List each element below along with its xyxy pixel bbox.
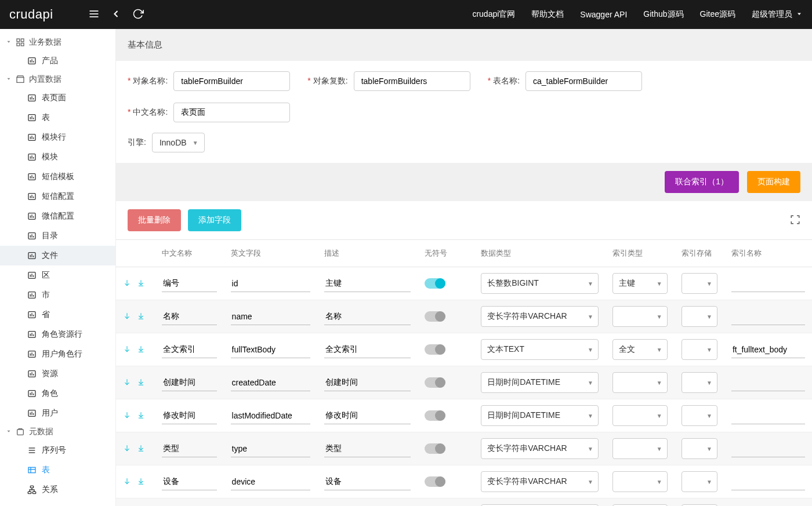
unsigned-toggle[interactable] bbox=[425, 410, 445, 421]
row-desc-input[interactable] bbox=[324, 441, 411, 457]
data-type-select[interactable]: 变长字符串VARCHAR▼ bbox=[481, 471, 599, 492]
sort-bottom-icon[interactable] bbox=[137, 345, 145, 355]
row-zh-input[interactable] bbox=[162, 474, 217, 490]
row-desc-input[interactable] bbox=[324, 407, 411, 424]
index-type-select[interactable]: ▼ bbox=[612, 306, 668, 327]
link-help[interactable]: 帮助文档 bbox=[531, 9, 564, 20]
union-index-button[interactable]: 联合索引（1） bbox=[665, 171, 739, 193]
sort-down-icon[interactable] bbox=[123, 279, 131, 289]
unsigned-toggle[interactable] bbox=[425, 377, 445, 388]
row-idxname-input[interactable] bbox=[731, 341, 805, 358]
row-en-input[interactable] bbox=[231, 474, 311, 490]
brand-logo[interactable]: crudapi bbox=[9, 7, 53, 22]
sidebar-item[interactable]: 文件 bbox=[0, 246, 115, 265]
row-idxname-input[interactable] bbox=[731, 275, 805, 292]
sidebar-item[interactable]: 微信配置 bbox=[0, 206, 115, 226]
index-store-select[interactable]: ▼ bbox=[682, 438, 717, 459]
index-type-select[interactable]: 全文▼ bbox=[612, 339, 668, 360]
sidebar-group-header[interactable]: 内置数据 bbox=[0, 71, 115, 88]
sort-bottom-icon[interactable] bbox=[137, 477, 145, 487]
row-desc-input[interactable] bbox=[324, 374, 411, 391]
sidebar-item[interactable]: 关系 bbox=[0, 480, 115, 500]
unsigned-toggle[interactable] bbox=[425, 278, 445, 289]
sort-bottom-icon[interactable] bbox=[137, 312, 145, 322]
link-github[interactable]: Github源码 bbox=[643, 9, 683, 20]
sort-down-icon[interactable] bbox=[123, 411, 131, 421]
row-idxname-input[interactable] bbox=[731, 374, 805, 391]
row-zh-input[interactable] bbox=[162, 374, 217, 391]
engine-select[interactable]: InnoDB ▼ bbox=[152, 133, 205, 152]
row-desc-input[interactable] bbox=[324, 308, 411, 325]
sidebar-item[interactable]: 产品 bbox=[0, 51, 115, 71]
row-idxname-input[interactable] bbox=[731, 308, 805, 325]
sidebar-item[interactable]: 省 bbox=[0, 305, 115, 325]
row-idxname-input[interactable] bbox=[731, 407, 805, 424]
data-type-select[interactable]: 日期时间DATETIME▼ bbox=[481, 405, 599, 426]
row-en-input[interactable] bbox=[231, 308, 311, 325]
sort-bottom-icon[interactable] bbox=[137, 279, 145, 289]
row-desc-input[interactable] bbox=[324, 474, 411, 490]
fullscreen-icon[interactable] bbox=[790, 214, 800, 227]
row-en-input[interactable] bbox=[231, 275, 311, 292]
index-store-select[interactable]: ▼ bbox=[682, 339, 717, 360]
sidebar-item[interactable]: 角色 bbox=[0, 384, 115, 403]
table-name-input[interactable] bbox=[525, 71, 642, 91]
sidebar-item[interactable]: 表 bbox=[0, 460, 115, 480]
sidebar-item[interactable]: 模块行 bbox=[0, 128, 115, 147]
sidebar-item[interactable]: 角色资源行 bbox=[0, 325, 115, 344]
page-build-button[interactable]: 页面构建 bbox=[747, 171, 800, 193]
sort-down-icon[interactable] bbox=[123, 477, 131, 487]
unsigned-toggle[interactable] bbox=[425, 443, 445, 454]
sort-bottom-icon[interactable] bbox=[137, 411, 145, 421]
row-en-input[interactable] bbox=[231, 407, 311, 424]
sort-down-icon[interactable] bbox=[123, 444, 131, 454]
index-store-select[interactable]: ▼ bbox=[682, 273, 717, 294]
link-official[interactable]: crudapi官网 bbox=[472, 9, 515, 20]
sidebar-item[interactable]: 表页面 bbox=[0, 88, 115, 108]
row-zh-input[interactable] bbox=[162, 275, 217, 292]
data-type-select[interactable]: 文本TEXT▼ bbox=[481, 339, 599, 360]
sort-down-icon[interactable] bbox=[123, 312, 131, 322]
index-type-select[interactable]: ▼ bbox=[612, 438, 668, 459]
index-type-select[interactable]: ▼ bbox=[612, 405, 668, 426]
row-idxname-input[interactable] bbox=[731, 474, 805, 490]
row-desc-input[interactable] bbox=[324, 341, 411, 358]
back-icon[interactable] bbox=[110, 8, 122, 21]
sidebar-item[interactable]: 模块 bbox=[0, 147, 115, 167]
add-field-button[interactable]: 添加字段 bbox=[188, 209, 241, 231]
sort-bottom-icon[interactable] bbox=[137, 444, 145, 454]
row-en-input[interactable] bbox=[231, 441, 311, 457]
row-idxname-input[interactable] bbox=[731, 441, 805, 457]
object-name-input[interactable] bbox=[173, 71, 290, 91]
row-zh-input[interactable] bbox=[162, 308, 217, 325]
sidebar-item[interactable]: 目录 bbox=[0, 226, 115, 246]
row-en-input[interactable] bbox=[231, 341, 311, 358]
data-type-select[interactable]: 日期时间DATETIME▼ bbox=[481, 372, 599, 393]
sidebar-item[interactable]: 区 bbox=[0, 265, 115, 285]
unsigned-toggle[interactable] bbox=[425, 476, 445, 487]
sidebar-group-header[interactable]: 元数据 bbox=[0, 423, 115, 441]
admin-menu[interactable]: 超级管理员 bbox=[752, 9, 803, 20]
index-store-select[interactable]: ▼ bbox=[682, 405, 717, 426]
sort-bottom-icon[interactable] bbox=[137, 378, 145, 388]
sidebar-group-header[interactable]: 业务数据 bbox=[0, 34, 115, 51]
data-type-select[interactable]: 变长字符串VARCHAR▼ bbox=[481, 438, 599, 459]
row-desc-input[interactable] bbox=[324, 275, 411, 292]
sort-down-icon[interactable] bbox=[123, 378, 131, 388]
index-type-select[interactable]: ▼ bbox=[612, 372, 668, 393]
sidebar-item[interactable]: 市 bbox=[0, 285, 115, 305]
sidebar-item[interactable]: 用户 bbox=[0, 403, 115, 423]
data-type-select[interactable]: 长整数BIGINT▼ bbox=[481, 273, 599, 294]
link-gitee[interactable]: Gitee源码 bbox=[700, 9, 735, 20]
row-zh-input[interactable] bbox=[162, 407, 217, 424]
zh-name-input[interactable] bbox=[173, 103, 290, 122]
batch-delete-button[interactable]: 批量删除 bbox=[128, 209, 181, 231]
refresh-icon[interactable] bbox=[132, 8, 144, 21]
sidebar-item[interactable]: 短信配置 bbox=[0, 187, 115, 206]
sort-down-icon[interactable] bbox=[123, 345, 131, 355]
index-store-select[interactable]: ▼ bbox=[682, 306, 717, 327]
index-type-select[interactable]: 主键▼ bbox=[612, 273, 668, 294]
sidebar-item[interactable]: 序列号 bbox=[0, 441, 115, 460]
unsigned-toggle[interactable] bbox=[425, 344, 445, 355]
index-store-select[interactable]: ▼ bbox=[682, 471, 717, 492]
